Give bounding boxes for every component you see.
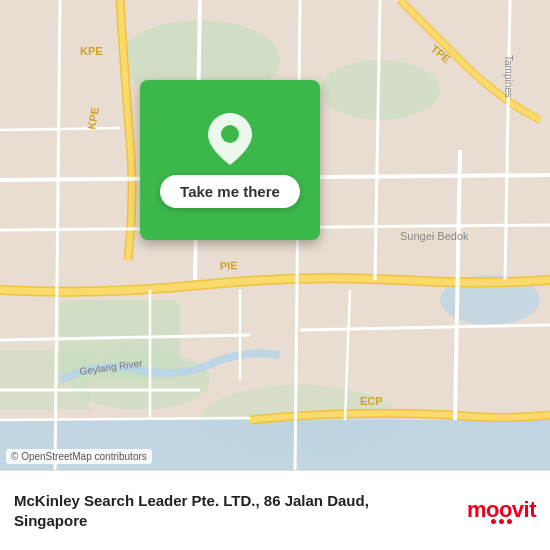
osm-credit-text: © OpenStreetMap contributors [11,451,147,462]
info-text-container: McKinley Search Leader Pte. LTD., 86 Jal… [14,491,455,530]
map-container: PIE ECP KPE KPE TPE Tampines Sungei Bedo… [0,0,550,470]
svg-text:Sungei Bedok: Sungei Bedok [400,230,469,242]
moovit-logo: moovit [467,497,536,524]
location-name: McKinley Search Leader Pte. LTD., 86 Jal… [14,491,455,530]
svg-text:PIE: PIE [219,259,237,272]
location-card: Take me there [140,80,320,240]
svg-text:Tampines: Tampines [503,55,514,98]
svg-text:KPE: KPE [80,45,103,57]
svg-point-33 [221,125,239,143]
moovit-dot-3 [507,519,512,524]
svg-rect-5 [0,350,90,410]
moovit-dots [491,519,512,524]
info-bar: McKinley Search Leader Pte. LTD., 86 Jal… [0,470,550,550]
moovit-dot-2 [499,519,504,524]
svg-text:ECP: ECP [360,395,383,407]
moovit-dot-1 [491,519,496,524]
location-pin-icon [208,113,252,165]
osm-credit-badge: © OpenStreetMap contributors [6,449,152,464]
take-me-there-button[interactable]: Take me there [160,175,300,208]
